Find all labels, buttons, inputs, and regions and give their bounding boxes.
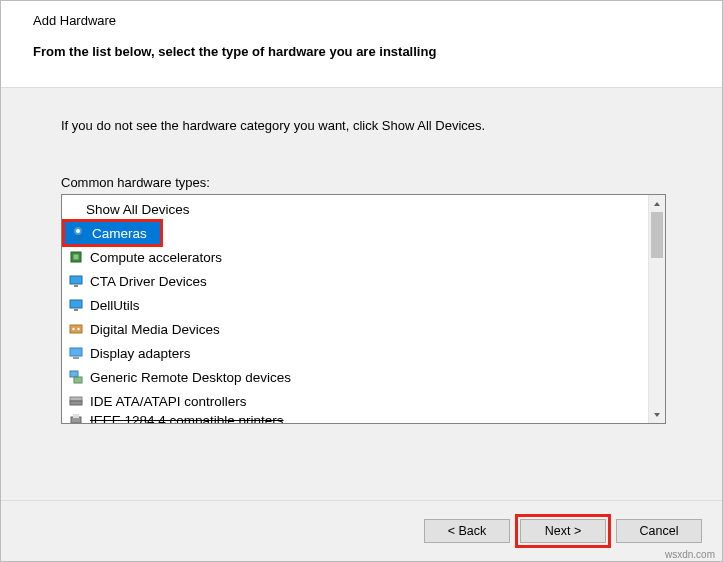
list-item[interactable]: Generic Remote Desktop devices [62,365,648,389]
svg-rect-3 [74,239,82,241]
svg-rect-10 [70,325,82,333]
hardware-list-items: Show All Devices Cameras Compute acceler… [62,195,648,423]
item-label: Compute accelerators [90,250,222,265]
scroll-up-button[interactable] [649,195,665,212]
scroll-down-button[interactable] [649,406,665,423]
list-item[interactable]: Compute accelerators [62,245,648,269]
svg-rect-16 [74,377,82,383]
back-button[interactable]: < Back [424,519,510,543]
svg-rect-14 [73,357,79,359]
item-label: Show All Devices [86,202,190,217]
svg-point-11 [72,328,74,330]
wizard-header: Add Hardware From the list below, select… [1,1,722,87]
list-item[interactable]: CTA Driver Devices [62,269,648,293]
svg-rect-15 [70,371,78,377]
item-label: DellUtils [90,298,140,313]
list-item[interactable]: IDE ATA/ATAPI controllers [62,389,648,413]
list-item[interactable]: Show All Devices [62,197,648,221]
svg-rect-17 [70,397,82,401]
page-subtitle: From the list below, select the type of … [1,44,722,59]
camera-icon [70,225,86,241]
scroll-track[interactable] [649,212,665,406]
display-icon [68,345,84,361]
item-label: Display adapters [90,346,191,361]
item-label: CTA Driver Devices [90,274,207,289]
disk-icon [68,393,84,409]
svg-rect-9 [74,309,78,311]
wizard-window: Add Hardware From the list below, select… [0,0,723,562]
item-label: Generic Remote Desktop devices [90,370,291,385]
svg-rect-2 [77,235,80,239]
cancel-button[interactable]: Cancel [616,519,702,543]
printer-icon [68,413,84,423]
svg-point-1 [76,229,80,233]
svg-rect-7 [74,285,78,287]
list-item[interactable]: Digital Media Devices [62,317,648,341]
wizard-content: If you do not see the hardware category … [1,87,722,500]
item-label: Digital Media Devices [90,322,220,337]
monitor-icon [68,273,84,289]
svg-rect-6 [70,276,82,284]
scrollbar[interactable] [648,195,665,423]
monitor-icon [68,297,84,313]
media-icon [68,321,84,337]
instruction-text: If you do not see the hardware category … [61,118,666,133]
remote-icon [68,369,84,385]
list-item[interactable]: Display adapters [62,341,648,365]
svg-rect-13 [70,348,82,356]
item-label: Cameras [92,226,147,241]
svg-rect-18 [70,401,82,405]
chip-icon [68,249,84,265]
hardware-listbox[interactable]: Show All Devices Cameras Compute acceler… [61,194,666,424]
svg-rect-5 [74,255,79,260]
list-item-cameras[interactable]: Cameras [64,221,161,245]
watermark: wsxdn.com [665,549,715,560]
item-label: IEEE 1284.4 compatible printers [90,413,284,423]
list-label: Common hardware types: [61,175,666,190]
svg-rect-20 [73,414,79,418]
svg-point-12 [77,328,79,330]
item-label: IDE ATA/ATAPI controllers [90,394,247,409]
window-title: Add Hardware [1,7,722,44]
svg-rect-8 [70,300,82,308]
next-button[interactable]: Next > [520,519,606,543]
wizard-footer: < Back Next > Cancel [1,500,722,561]
list-item[interactable]: DellUtils [62,293,648,317]
list-item[interactable]: IEEE 1284.4 compatible printers [62,413,648,423]
scroll-thumb[interactable] [651,212,663,258]
